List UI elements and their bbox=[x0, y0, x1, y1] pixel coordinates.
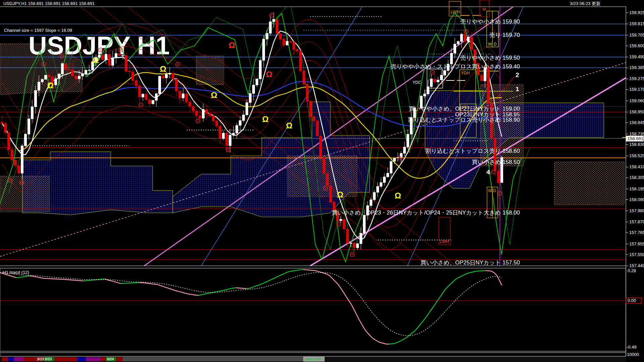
period-segment[interactable] bbox=[2, 357, 8, 361]
macd-line-segment bbox=[236, 288, 239, 288]
axis-tick-label: 159.385 bbox=[629, 65, 644, 70]
macd-line-segment bbox=[488, 271, 491, 271]
candle-body bbox=[189, 102, 191, 106]
candle-body bbox=[88, 70, 91, 71]
candle-body bbox=[243, 115, 245, 121]
candle-body bbox=[209, 113, 211, 116]
macd-line-segment bbox=[80, 281, 83, 281]
candle-body bbox=[481, 75, 483, 81]
macd-line-segment bbox=[193, 295, 196, 295]
candle-body bbox=[286, 41, 288, 45]
candle-body bbox=[387, 173, 389, 177]
omega-signal-icon: Ω bbox=[47, 81, 53, 90]
macd-line-segment bbox=[201, 294, 204, 295]
omega-signal-icon-red: Ω bbox=[228, 41, 235, 50]
date-label: 3/23 bbox=[37, 357, 44, 361]
order-note: 売りやや小さめ 159.50 bbox=[460, 55, 520, 61]
omega-signal-icon: Ω bbox=[337, 190, 343, 199]
macd-line-segment bbox=[153, 284, 156, 284]
axis-tick-label: 159.815 bbox=[629, 21, 644, 26]
candle-body bbox=[169, 73, 171, 74]
macd-line-segment bbox=[314, 270, 317, 271]
candle-body bbox=[350, 243, 352, 244]
macd-pane[interactable]: H1 macd (12) bbox=[0, 268, 626, 351]
macd-line-segment bbox=[191, 294, 193, 295]
candle-body bbox=[353, 243, 356, 248]
candle-body bbox=[357, 244, 359, 248]
candle-body bbox=[155, 94, 158, 100]
macd-axis-zero: 0.00 bbox=[628, 298, 636, 303]
ichimoku-cloud-sand bbox=[287, 156, 357, 197]
macd-line-segment bbox=[99, 279, 102, 280]
macd-line-segment bbox=[389, 344, 392, 344]
candle-body bbox=[135, 80, 138, 86]
candle-body bbox=[316, 121, 319, 136]
candle-body bbox=[273, 19, 275, 21]
candle-body bbox=[293, 42, 295, 50]
candle-body bbox=[21, 146, 23, 173]
macd-line-segment bbox=[24, 276, 27, 277]
period-segment[interactable] bbox=[86, 357, 101, 361]
candle-body bbox=[400, 153, 402, 157]
candle-body bbox=[11, 150, 13, 160]
period-segment[interactable] bbox=[123, 357, 324, 361]
macd-line-segment bbox=[156, 284, 158, 285]
macd-line-segment bbox=[239, 288, 241, 288]
last-updated-label: 3/23 06:23 更新 bbox=[570, 1, 600, 6]
entry-ring-dot bbox=[198, 121, 199, 122]
candle-body bbox=[457, 42, 460, 44]
candle-body bbox=[249, 94, 252, 103]
axis-tick-label: 158.845 bbox=[629, 120, 644, 125]
entry-ring-dot bbox=[338, 224, 339, 225]
period-segment[interactable] bbox=[8, 357, 14, 361]
candle-body bbox=[162, 76, 164, 78]
volume-axis-label: 10000 bbox=[627, 352, 639, 357]
candle-body bbox=[377, 186, 379, 192]
macd-line-segment bbox=[75, 280, 78, 281]
period-segment[interactable] bbox=[14, 357, 23, 361]
volume-pane bbox=[0, 353, 626, 356]
macd-line-segment bbox=[43, 278, 46, 279]
period-segment[interactable] bbox=[77, 357, 86, 361]
entry-ring-dot bbox=[10, 180, 11, 181]
candle-body bbox=[326, 174, 329, 186]
axis-tick-label: 157.870 bbox=[629, 219, 644, 224]
macd-line-segment bbox=[188, 294, 191, 294]
order-note: 買い小さめ 158.50 bbox=[472, 159, 520, 165]
candle-body bbox=[430, 79, 433, 86]
axis-tick-label: 158.950 bbox=[629, 109, 644, 114]
candle-body bbox=[58, 74, 60, 79]
candle-body bbox=[263, 39, 265, 60]
candle-body bbox=[159, 76, 161, 94]
candle-body bbox=[494, 139, 496, 171]
macd-line-segment bbox=[311, 270, 314, 270]
macd-line-segment bbox=[241, 288, 244, 289]
candle-body bbox=[340, 219, 342, 221]
order-note: 割り込むとストップロス売り小さめ 158.90 bbox=[408, 117, 520, 123]
candle-body bbox=[152, 100, 154, 104]
candle-body bbox=[31, 107, 34, 119]
macd-line-segment bbox=[67, 280, 70, 280]
chart-canvas[interactable]: USDJPY,H1 158.691 158.691 158.691 158.69… bbox=[0, 0, 644, 362]
macd-toggle-label[interactable]: macd ON bbox=[305, 357, 321, 361]
macd-line-segment bbox=[244, 288, 247, 289]
candle-body bbox=[35, 90, 37, 107]
candle-body bbox=[471, 37, 473, 50]
macd-line-segment bbox=[298, 270, 301, 270]
macd-axis-min: -0.49 bbox=[627, 345, 637, 350]
candle-body bbox=[139, 86, 141, 97]
candle-body bbox=[185, 94, 188, 102]
macd-line-segment bbox=[35, 277, 38, 277]
candle-body bbox=[279, 34, 282, 39]
period-bar[interactable]: 3/233/233/24 macd ON bbox=[0, 357, 626, 362]
entry-ring-dot bbox=[493, 172, 494, 173]
candle-body bbox=[226, 133, 228, 145]
candle-body bbox=[118, 53, 121, 55]
macd-line-segment bbox=[199, 295, 201, 295]
candle-body bbox=[115, 53, 117, 58]
entry-ring-dot bbox=[432, 72, 433, 73]
entry-ring-dot bbox=[43, 64, 44, 65]
candle-body bbox=[434, 79, 436, 82]
axis-tick-label: 159.060 bbox=[629, 98, 644, 103]
candle-body bbox=[61, 64, 64, 74]
